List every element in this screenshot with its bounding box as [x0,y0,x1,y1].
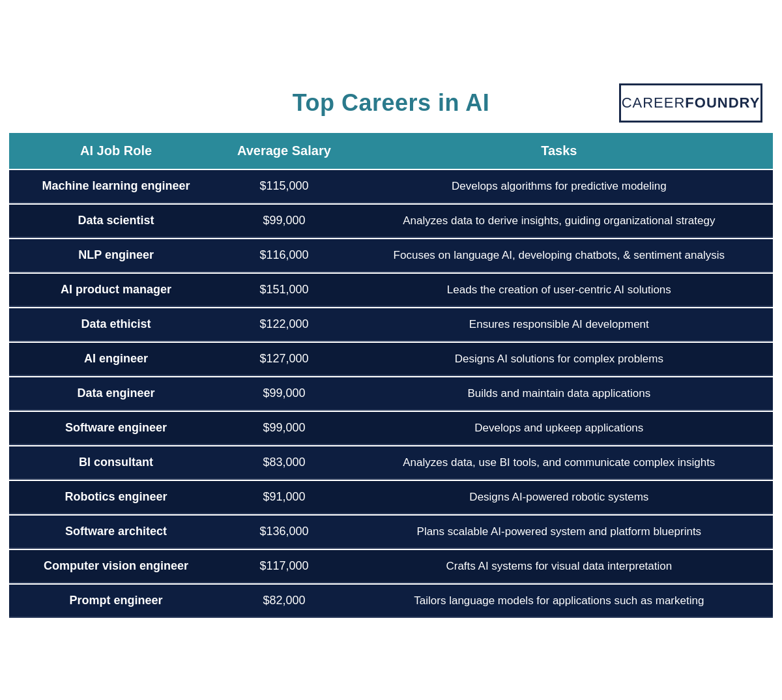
cell-role: Robotics engineer [9,481,223,514]
table-row: Robotics engineer$91,000Designs AI-power… [9,481,773,514]
cell-task: Plans scalable AI-powered system and pla… [345,516,773,549]
table-row: Software engineer$99,000Develops and upk… [9,412,773,445]
cell-task: Leads the creation of user-centric AI so… [345,274,773,307]
logo-foundry: FOUNDRY [685,95,760,111]
col-header-role: AI Job Role [9,133,223,169]
cell-salary: $151,000 [223,274,345,307]
col-header-tasks: Tasks [345,133,773,169]
table-row: Data scientist$99,000Analyzes data to de… [9,205,773,238]
cell-task: Designs AI solutions for complex problem… [345,343,773,376]
cell-task: Analyzes data, use BI tools, and communi… [345,446,773,480]
cell-role: Machine learning engineer [9,170,223,203]
cell-role: AI engineer [9,343,223,376]
table-row: Data ethicist$122,000Ensures responsible… [9,308,773,342]
header: Top Careers in AI CAREERFOUNDRY [0,72,782,132]
cell-role: Data scientist [9,205,223,238]
cell-task: Develops algorithms for predictive model… [345,170,773,203]
cell-role: Computer vision engineer [9,550,223,583]
cell-role: Prompt engineer [9,585,223,618]
table-row: Prompt engineer$82,000Tailors language m… [9,585,773,618]
table-row: AI engineer$127,000Designs AI solutions … [9,343,773,376]
table-row: NLP engineer$116,000Focuses on language … [9,239,773,272]
logo-career: CAREER [622,95,686,111]
table-row: Computer vision engineer$117,000Crafts A… [9,550,773,583]
table-row: Software architect$136,000Plans scalable… [9,516,773,549]
cell-role: NLP engineer [9,239,223,272]
logo-text: CAREERFOUNDRY [622,95,760,111]
cell-salary: $82,000 [223,585,345,618]
cell-salary: $91,000 [223,481,345,514]
table-header-row: AI Job Role Average Salary Tasks [9,133,773,169]
main-card: Top Careers in AI CAREERFOUNDRY AI Job R… [0,72,782,628]
cell-salary: $127,000 [223,343,345,376]
col-header-salary: Average Salary [223,133,345,169]
table-row: Data engineer$99,000Builds and maintain … [9,377,773,411]
cell-salary: $117,000 [223,550,345,583]
cell-task: Analyzes data to derive insights, guidin… [345,205,773,238]
cell-task: Ensures responsible AI development [345,308,773,342]
cell-task: Tailors language models for applications… [345,585,773,618]
cell-task: Builds and maintain data applications [345,377,773,411]
cell-salary: $122,000 [223,308,345,342]
page-title: Top Careers in AI [163,89,619,117]
table-row: AI product manager$151,000Leads the crea… [9,274,773,307]
cell-salary: $115,000 [223,170,345,203]
cell-task: Crafts AI systems for visual data interp… [345,550,773,583]
cell-task: Focuses on language AI, developing chatb… [345,239,773,272]
cell-role: Software engineer [9,412,223,445]
cell-task: Designs AI-powered robotic systems [345,481,773,514]
logo: CAREERFOUNDRY [619,83,762,123]
cell-salary: $136,000 [223,516,345,549]
cell-salary: $99,000 [223,205,345,238]
table-row: Machine learning engineer$115,000Develop… [9,170,773,203]
careers-table: AI Job Role Average Salary Tasks Machine… [9,132,773,619]
cell-role: BI consultant [9,446,223,480]
cell-role: Software architect [9,516,223,549]
cell-salary: $83,000 [223,446,345,480]
table-wrapper: AI Job Role Average Salary Tasks Machine… [0,132,782,628]
cell-role: Data engineer [9,377,223,411]
table-row: BI consultant$83,000Analyzes data, use B… [9,446,773,480]
cell-salary: $99,000 [223,412,345,445]
cell-task: Develops and upkeep applications [345,412,773,445]
cell-role: Data ethicist [9,308,223,342]
cell-salary: $116,000 [223,239,345,272]
cell-role: AI product manager [9,274,223,307]
cell-salary: $99,000 [223,377,345,411]
